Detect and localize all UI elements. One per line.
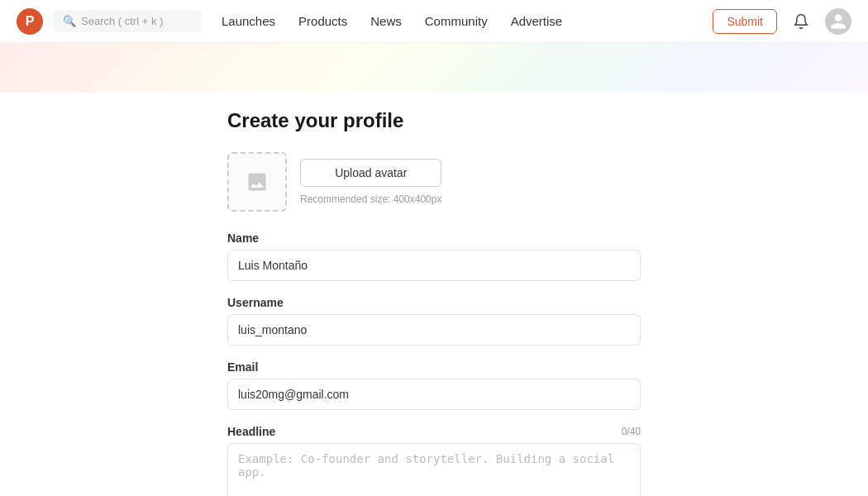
- nav-products[interactable]: Products: [298, 14, 347, 28]
- avatar-preview: [227, 152, 287, 212]
- page-title: Create your profile: [227, 109, 641, 132]
- nav-community[interactable]: Community: [425, 14, 488, 28]
- nav-advertise[interactable]: Advertise: [511, 14, 563, 28]
- username-field-group: Username: [227, 296, 641, 346]
- avatar-upload-controls: Upload avatar Recommended size: 400x400p…: [300, 159, 441, 205]
- hero-gradient: [0, 43, 868, 93]
- nav-right: Submit: [713, 8, 851, 35]
- headline-char-count: 0/40: [622, 426, 641, 437]
- avatar-size-hint: Recommended size: 400x400px: [300, 193, 441, 205]
- name-label: Name: [227, 231, 641, 245]
- search-bar[interactable]: 🔍 Search ( ctrl + k ): [53, 10, 202, 32]
- email-field-group: Email: [227, 360, 641, 410]
- headline-field-group: Headline 0/40: [227, 425, 641, 496]
- nav-launches[interactable]: Launches: [222, 14, 275, 28]
- search-placeholder-text: Search ( ctrl + k ): [81, 15, 163, 27]
- username-input[interactable]: [227, 314, 641, 346]
- email-input[interactable]: [227, 379, 641, 410]
- user-avatar[interactable]: [825, 8, 851, 35]
- submit-button[interactable]: Submit: [713, 9, 777, 34]
- search-icon: 🔍: [63, 15, 76, 27]
- product-hunt-logo[interactable]: P: [17, 8, 43, 35]
- upload-avatar-button[interactable]: Upload avatar: [300, 159, 441, 187]
- headline-label: Headline 0/40: [227, 425, 641, 438]
- notifications-bell[interactable]: [789, 9, 813, 34]
- email-label: Email: [227, 360, 641, 374]
- nav-links: Launches Products News Community Adverti…: [222, 14, 713, 28]
- name-input[interactable]: [227, 250, 641, 281]
- username-label: Username: [227, 296, 641, 309]
- avatar-upload-row: Upload avatar Recommended size: 400x400p…: [227, 152, 641, 212]
- profile-form: Create your profile Upload avatar Recomm…: [227, 109, 641, 496]
- navbar: P 🔍 Search ( ctrl + k ) Launches Product…: [0, 0, 868, 43]
- nav-news[interactable]: News: [370, 14, 402, 28]
- main-content: Create your profile Upload avatar Recomm…: [0, 93, 868, 496]
- headline-input[interactable]: [227, 443, 641, 496]
- name-field-group: Name: [227, 231, 641, 281]
